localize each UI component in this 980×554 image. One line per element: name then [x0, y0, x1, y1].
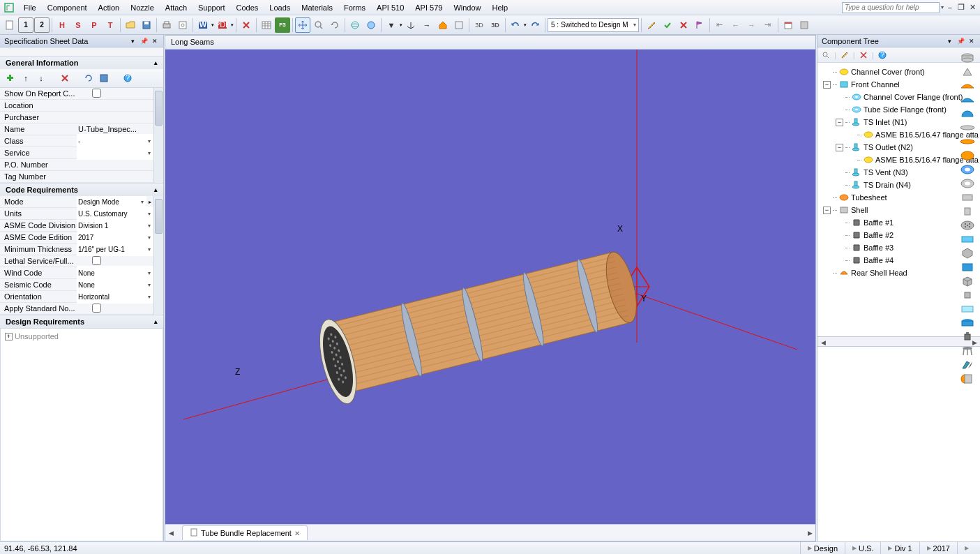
refresh-button[interactable] — [82, 72, 95, 84]
menu-codes[interactable]: Codes — [231, 0, 264, 15]
minimize-icon[interactable]: − — [945, 3, 955, 13]
nav-next-button[interactable]: → — [744, 17, 760, 33]
expand-icon[interactable]: + — [5, 333, 13, 340]
cancel-button[interactable] — [676, 17, 691, 33]
prop-row[interactable]: Apply Standard No... — [0, 303, 153, 315]
prop-value[interactable]: 1/16" per UG-1 — [77, 242, 153, 256]
arrow-down-button[interactable]: ▼ — [384, 17, 399, 33]
save-button[interactable] — [139, 17, 154, 33]
pin-icon[interactable]: 📌 — [140, 37, 148, 45]
open-button[interactable] — [123, 17, 138, 33]
tool-t-button[interactable]: T — [103, 17, 118, 33]
tool-h-button[interactable]: H — [54, 17, 70, 33]
prop-row[interactable]: Tag Number — [0, 171, 153, 183]
box-blue-icon[interactable] — [959, 261, 976, 274]
menu-support[interactable]: Support — [193, 0, 231, 15]
panel-close-icon[interactable]: ✕ — [151, 37, 159, 45]
prop-value[interactable]: Horizontal — [77, 290, 153, 304]
menu-loads[interactable]: Loads — [264, 0, 296, 15]
design-req-section[interactable]: Design Requirements▴ — [0, 315, 163, 328]
cone-icon[interactable] — [959, 66, 976, 78]
menu-window[interactable]: Window — [448, 0, 486, 15]
disc-orange-icon[interactable] — [959, 149, 976, 162]
nav-last-button[interactable]: ⇥ — [760, 17, 776, 33]
menu-nozzle[interactable]: Nozzle — [125, 0, 160, 15]
axis-button[interactable] — [403, 17, 419, 33]
flat-gray-icon[interactable] — [959, 121, 976, 134]
move-up-button[interactable]: ↑ — [20, 72, 32, 84]
tool-p-button[interactable]: P — [86, 17, 102, 33]
cyl-lt-blue-icon[interactable] — [959, 303, 976, 315]
panel-menu-icon[interactable]: ▾ — [945, 37, 953, 45]
cyl-drk-blue-icon[interactable] — [959, 317, 976, 329]
tree-node[interactable]: TS Drain (N4) — [819, 179, 979, 191]
flag-button[interactable] — [692, 17, 707, 33]
prop-value[interactable] — [77, 304, 153, 314]
3d-wire-button[interactable]: 3D — [472, 17, 487, 33]
tree-edit-button[interactable] — [839, 50, 850, 61]
flange-orange-icon[interactable] — [959, 135, 976, 148]
tree-node[interactable]: Rear Shell Head — [819, 267, 979, 279]
f3-button[interactable]: F3 — [275, 17, 290, 33]
code-scrollbar[interactable] — [153, 196, 163, 315]
nav-prev-button[interactable]: ← — [728, 17, 744, 33]
panel-menu-icon[interactable]: ▾ — [128, 37, 137, 45]
tree-help-button[interactable]: ? — [877, 50, 888, 61]
prop-row[interactable]: P.O. Number — [0, 159, 153, 171]
prop-value[interactable] — [77, 256, 153, 267]
nav-first-button[interactable]: ⇤ — [712, 17, 728, 33]
prop-row[interactable]: Minimum Thickness1/16" per UG-1 — [0, 244, 153, 255]
tree-node[interactable]: ASME B16.5/16.47 flange atta — [819, 154, 979, 166]
general-scrollbar[interactable] — [153, 88, 163, 183]
tree-node[interactable]: Baffle #1 — [819, 216, 979, 229]
menu-attach[interactable]: Attach — [160, 0, 193, 15]
design-item-unsupported[interactable]: + Unsupported — [2, 330, 161, 343]
prop-row[interactable]: Location — [0, 100, 153, 112]
word-export-button[interactable]: W — [195, 17, 211, 33]
tree-node[interactable]: TS Vent (N3) — [819, 166, 979, 179]
help-search-input[interactable] — [842, 2, 940, 13]
tree-node[interactable]: −TS Inlet (N1) — [819, 116, 979, 128]
fit-button[interactable] — [451, 17, 467, 33]
status-item[interactable]: ▶ Div 1 — [880, 542, 919, 554]
preview-button[interactable] — [175, 17, 190, 33]
head-orange-icon[interactable] — [959, 80, 976, 92]
tree-node[interactable]: Tube Side Flange (front) — [819, 103, 979, 116]
head-end-icon[interactable] — [959, 373, 976, 385]
menu-help[interactable]: Help — [487, 0, 514, 15]
status-item[interactable]: ▶ U.S. — [845, 542, 880, 554]
tab-scroll-left[interactable]: ◀ — [165, 527, 176, 539]
tubesheet-icon[interactable] — [959, 219, 976, 232]
tool-1-button[interactable]: 1 — [18, 17, 33, 33]
expand-icon[interactable]: − — [823, 81, 831, 89]
grid-button[interactable] — [797, 17, 812, 33]
move-down-button[interactable]: ↓ — [35, 72, 47, 84]
pan-button[interactable] — [295, 17, 310, 33]
tree-node[interactable]: Baffle #2 — [819, 229, 979, 241]
tab-scroll-right[interactable]: ▶ — [804, 527, 815, 539]
prop-row[interactable]: OrientationHorizontal — [0, 291, 153, 303]
stool-icon[interactable] — [959, 345, 976, 357]
code-req-section[interactable]: Code Requirements▴ — [0, 183, 163, 196]
cube-gray-icon[interactable] — [959, 275, 976, 287]
blade-icon[interactable] — [959, 359, 976, 371]
pencil-button[interactable] — [644, 17, 659, 33]
panel-close-icon[interactable]: ✕ — [967, 37, 976, 45]
menu-component[interactable]: Component — [42, 0, 93, 15]
calendar-button[interactable] — [781, 17, 796, 33]
save-section-button[interactable] — [98, 72, 110, 84]
mode-dropdown[interactable]: 5 : Switched to Design M — [548, 18, 639, 32]
tree-node[interactable]: Channel Cover Flange (front) — [819, 91, 979, 103]
redo-button[interactable] — [527, 17, 543, 33]
ring-blue-icon[interactable] — [959, 163, 976, 176]
vessel-icon[interactable] — [959, 331, 976, 343]
undo-button[interactable] — [508, 17, 523, 33]
prop-value[interactable] — [77, 146, 153, 160]
zoom-button[interactable] — [311, 17, 326, 33]
expand-icon[interactable]: − — [836, 144, 843, 151]
menu-file[interactable]: File — [18, 0, 42, 15]
tool-s-button[interactable]: S — [70, 17, 86, 33]
menu-action[interactable]: Action — [93, 0, 126, 15]
ring-gray-icon[interactable] — [959, 177, 976, 190]
head-blue-icon[interactable] — [959, 93, 976, 106]
